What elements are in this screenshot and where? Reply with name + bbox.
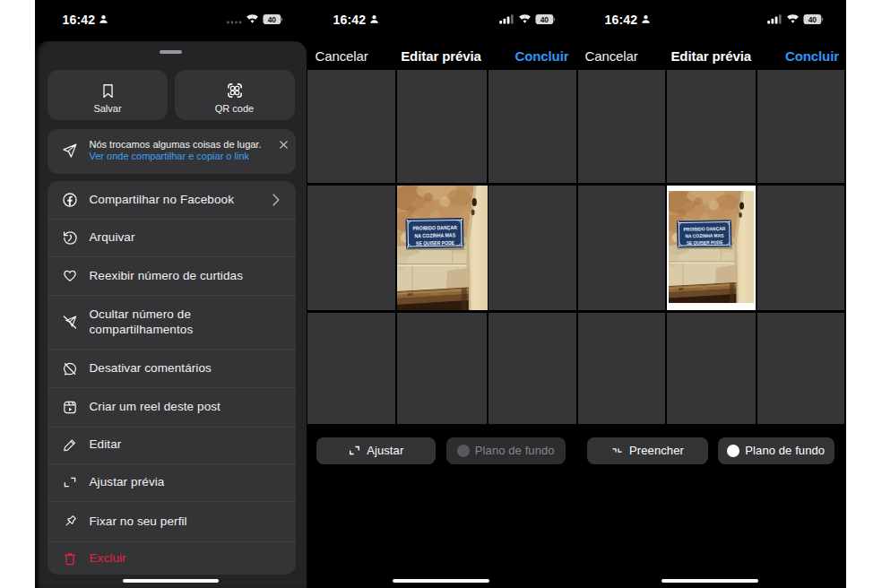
svg-text:PROIBIDO DANÇAR: PROIBIDO DANÇAR <box>412 225 457 231</box>
svg-text:NA COZINHA MAS: NA COZINHA MAS <box>685 233 724 239</box>
svg-text:PROIBIDO DANÇAR: PROIBIDO DANÇAR <box>683 226 725 232</box>
svg-text:SE QUISER PODE: SE QUISER PODE <box>686 239 722 246</box>
svg-text:SE QUISER PODE: SE QUISER PODE <box>416 240 454 246</box>
svg-text:NA COZINHA MAS: NA COZINHA MAS <box>414 232 455 238</box>
svg-text:40: 40 <box>267 15 276 24</box>
